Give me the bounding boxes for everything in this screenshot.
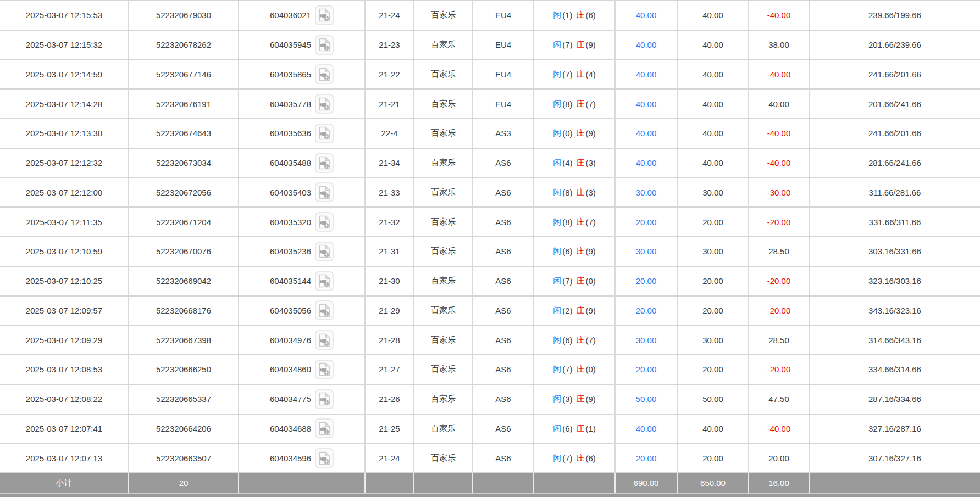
video-replay-button[interactable] — [315, 389, 334, 409]
valid-amount-cell: 50.00 — [678, 385, 749, 414]
banker-result-score: (7) — [586, 217, 596, 227]
result-cell: 闲(6)庄(7) — [534, 326, 616, 354]
bet-time-cell: 2025-03-07 12:09:57 — [0, 297, 129, 325]
valid-amount-cell: 20.00 — [678, 208, 749, 236]
banker-result-score: (9) — [586, 247, 596, 256]
win-loss-cell: 28.50 — [749, 237, 810, 266]
win-loss-cell: 40.00 — [749, 90, 810, 118]
game-number-cell: 604035636 — [239, 119, 366, 148]
player-result-score: (7) — [562, 454, 572, 463]
bet-time-cell: 2025-03-07 12:07:13 — [0, 444, 129, 472]
valid-amount-cell: 40.00 — [678, 1, 749, 30]
video-replay-button[interactable] — [315, 64, 334, 84]
video-replay-icon — [319, 126, 330, 140]
table-row: 2025-03-07 12:07:13 522320663507 6040345… — [0, 444, 980, 473]
order-number-cell: 522320669042 — [129, 267, 239, 295]
video-replay-button[interactable] — [315, 5, 334, 25]
bet-amount-cell: 20.00 — [616, 444, 678, 472]
video-replay-button[interactable] — [315, 212, 334, 232]
banker-result-score: (9) — [586, 394, 596, 404]
order-number-cell: 522320677146 — [129, 60, 239, 89]
video-replay-button[interactable] — [315, 300, 334, 320]
win-loss-cell: -30.00 — [749, 178, 810, 207]
bet-time-cell: 2025-03-07 12:13:30 — [0, 119, 129, 148]
banker-result-label: 庄 — [577, 99, 585, 109]
win-loss-cell: -40.00 — [749, 1, 810, 30]
bet-amount-cell: 40.00 — [616, 149, 678, 177]
bet-time-cell: 2025-03-07 12:14:28 — [0, 90, 129, 118]
bet-time-cell: 2025-03-07 12:09:29 — [0, 326, 129, 354]
player-result-label: 闲 — [553, 217, 561, 227]
video-replay-icon — [319, 8, 330, 22]
banker-result-score: (0) — [586, 276, 596, 286]
video-replay-button[interactable] — [315, 35, 334, 55]
bet-amount-cell: 40.00 — [616, 415, 678, 443]
game-number-cell: 604035144 — [239, 267, 366, 295]
game-number: 604035778 — [270, 99, 311, 109]
bet-time-cell: 2025-03-07 12:10:59 — [0, 237, 129, 266]
game-number-cell: 604034596 — [239, 444, 366, 472]
balance-cell: 343.16/323.16 — [810, 297, 980, 325]
game-number: 604035636 — [270, 129, 311, 138]
game-number-cell: 604035320 — [239, 208, 366, 236]
round-cell: 21-21 — [366, 90, 414, 118]
bet-time-cell: 2025-03-07 12:15:32 — [0, 31, 129, 59]
video-replay-button[interactable] — [315, 448, 334, 468]
player-result-score: (7) — [562, 276, 572, 286]
valid-amount-cell: 40.00 — [678, 415, 749, 443]
banker-result-score: (1) — [586, 424, 596, 433]
banker-result-label: 庄 — [577, 246, 585, 256]
result-cell: 闲(0)庄(9) — [534, 119, 616, 148]
player-result-label: 闲 — [553, 364, 561, 375]
player-result-label: 闲 — [553, 128, 561, 138]
game-number-cell: 604035865 — [239, 60, 366, 89]
game-number: 604035236 — [270, 247, 311, 256]
game-number-cell: 604035778 — [239, 90, 366, 118]
valid-amount-cell: 40.00 — [678, 60, 749, 89]
player-result-label: 闲 — [553, 453, 561, 464]
video-replay-button[interactable] — [315, 124, 334, 143]
bet-amount-cell: 20.00 — [616, 355, 678, 384]
banker-result-score: (6) — [586, 10, 596, 20]
video-replay-button[interactable] — [315, 330, 334, 350]
video-replay-icon — [319, 362, 330, 376]
video-replay-icon — [319, 422, 330, 435]
banker-result-label: 庄 — [577, 394, 585, 404]
round-cell: 21-24 — [366, 1, 414, 30]
bet-amount-cell: 40.00 — [616, 90, 678, 118]
player-result-label: 闲 — [553, 276, 561, 286]
table-id-cell: EU4 — [473, 31, 534, 59]
bet-time-cell: 2025-03-07 12:12:32 — [0, 149, 129, 177]
game-type-cell: 百家乐 — [414, 208, 473, 236]
game-number-cell: 604035403 — [239, 178, 366, 207]
bet-time-cell: 2025-03-07 12:10:25 — [0, 267, 129, 295]
table-row: 2025-03-07 12:13:30 522320674643 6040356… — [0, 119, 980, 149]
banker-result-label: 庄 — [577, 305, 585, 316]
round-cell: 21-31 — [366, 237, 414, 266]
video-replay-button[interactable] — [315, 360, 334, 379]
game-type-cell: 百家乐 — [414, 385, 473, 414]
player-result-label: 闲 — [553, 394, 561, 404]
video-replay-button[interactable] — [315, 94, 334, 114]
video-replay-button[interactable] — [315, 418, 334, 438]
order-number-cell: 522320665337 — [129, 385, 239, 414]
order-number-cell: 522320673034 — [129, 149, 239, 177]
order-number-cell: 522320679030 — [129, 1, 239, 30]
video-replay-button[interactable] — [315, 153, 334, 173]
player-result-score: (8) — [562, 217, 572, 227]
subtotal-empty-cell — [239, 473, 366, 493]
bet-time-cell: 2025-03-07 12:12:00 — [0, 178, 129, 207]
bet-time-cell: 2025-03-07 12:15:53 — [0, 1, 129, 30]
banker-result-label: 庄 — [577, 69, 585, 80]
valid-amount-cell: 40.00 — [678, 90, 749, 118]
balance-cell: 334.66/314.66 — [810, 355, 980, 384]
video-replay-button[interactable] — [315, 242, 334, 261]
win-loss-cell: 28.50 — [749, 326, 810, 354]
video-replay-button[interactable] — [315, 182, 334, 202]
order-number-cell: 522320678262 — [129, 31, 239, 59]
round-cell: 22-4 — [366, 119, 414, 148]
player-result-score: (1) — [562, 10, 572, 20]
video-replay-button[interactable] — [315, 271, 334, 291]
bet-time-cell: 2025-03-07 12:07:41 — [0, 415, 129, 443]
order-number-cell: 522320672056 — [129, 178, 239, 207]
